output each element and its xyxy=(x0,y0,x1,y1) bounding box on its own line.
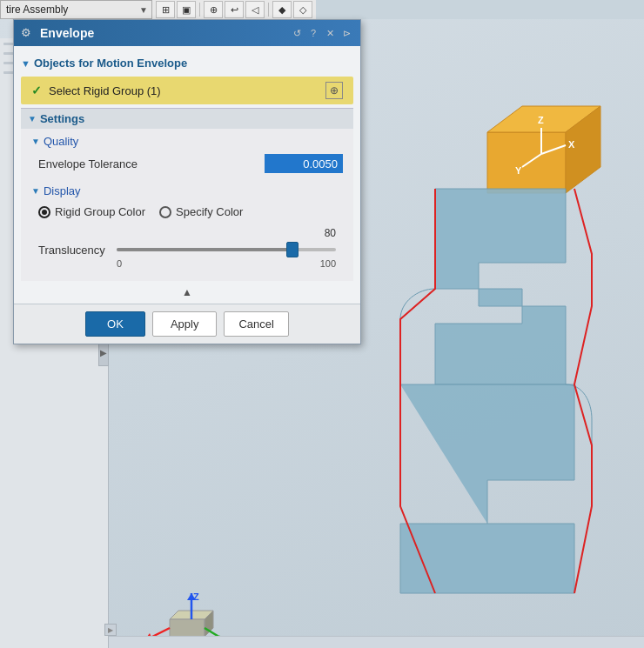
dialog-content: ▼ Objects for Motion Envelope ✓ Select R… xyxy=(14,46,360,304)
bottom-scrollbar[interactable] xyxy=(109,636,644,648)
translucency-label: Translucency xyxy=(38,244,108,257)
toolbar-btn-2[interactable]: ▣ xyxy=(177,1,196,18)
dialog-title: Envelope xyxy=(40,26,285,40)
title-bar: tire Assembly ▼ xyxy=(0,0,152,19)
refresh-button[interactable]: ↺ xyxy=(290,26,304,40)
display-arrow-icon: ▼ xyxy=(31,186,40,196)
translucency-slider-thumb[interactable] xyxy=(286,242,299,257)
ok-button[interactable]: OK xyxy=(85,311,145,337)
slider-fill xyxy=(117,248,292,251)
3d-shape: X Z Y xyxy=(400,106,600,593)
dialog-controls: ↺ ? ✕ ⊳ xyxy=(290,26,353,40)
svg-text:Z: Z xyxy=(538,115,544,125)
slider-max-label: 100 xyxy=(320,258,336,269)
translucency-slider-track xyxy=(117,248,336,251)
svg-marker-0 xyxy=(487,132,566,193)
toolbar-btn-1[interactable]: ⊞ xyxy=(156,1,175,18)
rigid-group-radio[interactable] xyxy=(38,206,50,218)
specify-color-label: Specify Color xyxy=(176,205,243,218)
dialog-footer: OK Apply Cancel xyxy=(14,304,360,344)
envelope-tolerance-label: Envelope Tolerance xyxy=(38,157,258,170)
envelope-tolerance-input[interactable] xyxy=(265,154,343,173)
svg-marker-10 xyxy=(170,619,205,637)
help-button[interactable]: ? xyxy=(306,26,320,40)
translucency-slider-wrapper xyxy=(117,241,336,258)
svg-text:Z: Z xyxy=(193,591,199,602)
display-label: Display xyxy=(44,184,81,197)
translucency-value-label: 80 xyxy=(38,227,336,239)
display-subsection-header[interactable]: ▼ Display xyxy=(21,182,353,200)
svg-text:Y: Y xyxy=(515,165,522,176)
target-icon[interactable]: ⊕ xyxy=(325,82,343,99)
objects-section-header[interactable]: ▼ Objects for Motion Envelope xyxy=(14,53,360,73)
resize-handle[interactable]: ▶ xyxy=(104,624,117,636)
dialog-titlebar[interactable]: ⚙ Envelope ↺ ? ✕ ⊳ xyxy=(14,20,360,46)
gear-icon: ⚙ xyxy=(21,26,35,40)
close-button[interactable]: ✕ xyxy=(323,26,337,40)
slider-min-label: 0 xyxy=(117,258,122,269)
toolbar-btn-3[interactable]: ⊕ xyxy=(204,1,223,18)
select-rigid-label: Select Rigid Group (1) xyxy=(49,84,319,97)
toolbar-sep-1 xyxy=(199,3,200,17)
objects-section-label: Objects for Motion Envelope xyxy=(34,57,187,70)
specify-color-option[interactable]: Specify Color xyxy=(159,205,243,218)
quality-label: Quality xyxy=(44,135,78,148)
envelope-tolerance-row: Envelope Tolerance xyxy=(21,150,353,177)
rigid-group-color-option[interactable]: Rigid Group Color xyxy=(38,205,145,218)
specify-color-radio[interactable] xyxy=(159,206,171,218)
svg-text:X: X xyxy=(568,139,575,150)
slider-minmax: 0 100 xyxy=(38,258,336,269)
toolbar-btn-5[interactable]: ◁ xyxy=(245,1,265,18)
color-radio-row: Rigid Group Color Specify Color xyxy=(21,200,353,224)
cancel-button[interactable]: Cancel xyxy=(224,311,288,337)
settings-arrow-icon: ▼ xyxy=(28,114,37,124)
checkmark-icon: ✓ xyxy=(31,84,42,97)
toolbar-sep-2 xyxy=(268,3,269,17)
collapse-row[interactable]: ▲ xyxy=(14,281,360,304)
pin-button[interactable]: ⊳ xyxy=(339,26,353,40)
translucency-row: Translucency xyxy=(38,241,336,258)
dropdown-arrow[interactable]: ▼ xyxy=(139,5,151,15)
envelope-dialog: ⚙ Envelope ↺ ? ✕ ⊳ ▼ Objects for Motion … xyxy=(13,19,361,344)
rigid-group-color-label: Rigid Group Color xyxy=(55,205,145,218)
select-rigid-row[interactable]: ✓ Select Rigid Group (1) ⊕ xyxy=(21,77,353,104)
quality-subsection-header[interactable]: ▼ Quality xyxy=(21,132,353,150)
settings-header[interactable]: ▼ Settings xyxy=(21,108,353,129)
collapse-icon: ▲ xyxy=(182,286,192,298)
settings-section: ▼ Settings ▼ Quality Envelope Tolerance … xyxy=(21,108,353,281)
settings-body: ▼ Quality Envelope Tolerance ▼ Display xyxy=(21,129,353,281)
toolbar-btn-7[interactable]: ◇ xyxy=(293,1,312,18)
quality-arrow-icon: ▼ xyxy=(31,137,40,146)
toolbar-btn-6[interactable]: ◆ xyxy=(272,1,292,18)
translucency-section: 80 Translucency 0 100 xyxy=(21,224,353,277)
settings-label: Settings xyxy=(40,112,84,125)
objects-arrow-icon: ▼ xyxy=(21,58,30,69)
title-text: tire Assembly xyxy=(1,3,68,16)
apply-button[interactable]: Apply xyxy=(152,311,218,337)
toolbar: ⊞ ▣ ⊕ ↩ ◁ ◆ ◇ xyxy=(152,0,316,19)
toolbar-btn-4[interactable]: ↩ xyxy=(225,1,244,18)
